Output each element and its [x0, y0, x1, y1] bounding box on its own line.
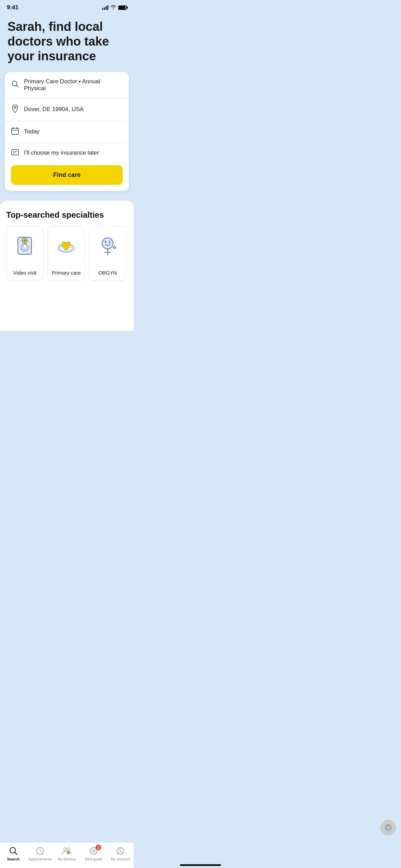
svg-point-19	[102, 238, 113, 249]
calendar-icon	[11, 127, 19, 136]
svg-point-16	[26, 246, 27, 247]
header-area: Sarah, find local doctors who take your …	[0, 12, 134, 72]
status-bar: 9:41	[0, 0, 134, 12]
primary-care-icon	[52, 232, 80, 260]
svg-point-20	[105, 242, 106, 243]
location-text: Dover, DE 19904, USA	[24, 106, 84, 113]
status-icons	[102, 5, 127, 10]
specialty-card-obgyn[interactable]: OBGYN	[89, 226, 126, 281]
insurance-row[interactable]: I'll choose my insurance later	[5, 143, 129, 163]
main-content: Top-searched specialties V	[0, 201, 134, 331]
specialty-card-primary-care[interactable]: Primary care	[48, 226, 85, 281]
insurance-icon	[11, 149, 19, 157]
specialty-text: Primary Care Doctor • Annual Physical	[24, 78, 123, 92]
svg-point-15	[23, 246, 24, 247]
specialty-row[interactable]: Primary Care Doctor • Annual Physical	[5, 72, 129, 98]
specialties-row: Video visit Primary care	[6, 226, 127, 281]
video-visit-label: Video visit	[13, 270, 36, 276]
obgyn-label: OBGYN	[98, 270, 117, 276]
hero-title: Sarah, find local doctors who take your …	[8, 19, 126, 64]
video-visit-icon	[11, 232, 38, 260]
wifi-icon	[110, 5, 116, 10]
find-care-button[interactable]: Find care	[11, 165, 123, 185]
svg-point-18	[68, 243, 69, 244]
svg-rect-7	[12, 149, 19, 155]
date-text: Today	[24, 128, 39, 135]
primary-care-label: Primary care	[52, 270, 81, 276]
svg-rect-3	[12, 128, 19, 134]
svg-line-1	[16, 85, 19, 87]
status-time: 9:41	[7, 4, 19, 11]
section-title: Top-searched specialties	[6, 210, 127, 220]
insurance-text: I'll choose my insurance later	[24, 149, 99, 156]
location-icon	[11, 105, 19, 114]
obgyn-icon	[94, 232, 121, 260]
date-row[interactable]: Today	[5, 121, 129, 143]
search-card: Primary Care Doctor • Annual Physical Do…	[5, 72, 129, 191]
battery-icon	[118, 5, 127, 10]
specialty-card-video-visit[interactable]: Video visit	[6, 226, 44, 281]
svg-point-2	[14, 106, 16, 108]
search-icon	[11, 80, 19, 89]
svg-point-17	[64, 243, 65, 244]
location-row[interactable]: Dover, DE 19904, USA	[5, 98, 129, 121]
signal-icon	[102, 5, 108, 10]
svg-point-14	[21, 244, 28, 251]
svg-point-21	[109, 242, 110, 243]
